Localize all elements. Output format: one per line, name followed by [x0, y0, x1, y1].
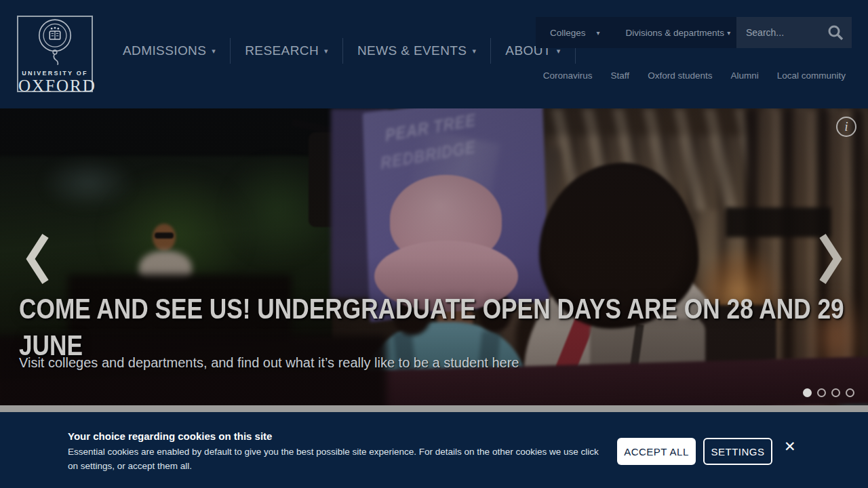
carousel-dot-3[interactable] — [831, 388, 840, 397]
hero-carousel: PEAR TREE REDBRIDGE — [0, 108, 868, 405]
divisions-departments-dropdown[interactable]: Divisions & departments — [626, 28, 725, 38]
oxford-crest-icon — [35, 17, 75, 66]
carousel-next-button[interactable] — [819, 232, 842, 287]
main-nav: ADMISSIONS▾ RESEARCH▾ NEWS & EVENTS▾ ABO… — [108, 38, 576, 64]
nav-item-news-events[interactable]: NEWS & EVENTS▾ — [343, 38, 491, 64]
carousel-dot-2[interactable] — [817, 388, 826, 397]
cookie-banner-title: Your choice regarding cookies on this si… — [68, 430, 272, 442]
carousel-prev-button[interactable] — [26, 232, 49, 287]
site-header: UNIVERSITY OF OXFORD ADMISSIONS▾ RESEARC… — [0, 0, 868, 108]
settings-button[interactable]: SETTINGS — [703, 438, 772, 465]
search-box — [736, 17, 852, 48]
carousel-dot-4[interactable] — [846, 388, 854, 397]
cookie-banner: Your choice regarding cookies on this si… — [0, 412, 868, 488]
accept-all-button[interactable]: ACCEPT ALL — [617, 438, 696, 465]
chevron-down-icon: ▾ — [324, 47, 328, 55]
cookie-banner-body: Essential cookies are enabled by default… — [68, 445, 610, 473]
link-oxford-students[interactable]: Oxford students — [648, 70, 712, 81]
carousel-dot-1[interactable] — [803, 388, 812, 397]
page-divider — [0, 405, 868, 412]
carousel-dots — [803, 388, 854, 397]
link-staff[interactable]: Staff — [611, 70, 630, 81]
hero-title: COME AND SEE US! UNDERGRADUATE OPEN DAYS… — [19, 290, 868, 363]
chevron-down-icon: ▾ — [212, 47, 216, 55]
hero-subtitle: Visit colleges and departments, and find… — [19, 355, 519, 371]
logo-text-university-of: UNIVERSITY OF — [18, 70, 92, 77]
image-info-icon[interactable]: i — [836, 117, 856, 137]
colleges-dropdown[interactable]: Colleges — [550, 28, 586, 38]
close-icon[interactable]: ✕ — [780, 438, 800, 455]
search-icon[interactable] — [827, 24, 844, 41]
nav-item-admissions[interactable]: ADMISSIONS▾ — [108, 38, 231, 64]
quick-links-bar: Colleges ▾ Divisions & departments ▾ — [536, 17, 736, 48]
logo-text-oxford: OXFORD — [18, 77, 92, 96]
link-coronavirus[interactable]: Coronavirus — [543, 70, 593, 81]
link-local-community[interactable]: Local community — [777, 70, 846, 81]
oxford-homepage: UNIVERSITY OF OXFORD ADMISSIONS▾ RESEARC… — [0, 0, 868, 488]
chevron-left-icon — [26, 232, 49, 285]
chevron-down-icon: ▾ — [727, 29, 730, 37]
chevron-down-icon: ▾ — [472, 47, 476, 55]
chevron-right-icon — [819, 232, 842, 285]
link-alumni[interactable]: Alumni — [730, 70, 758, 81]
search-input[interactable] — [736, 27, 827, 38]
chevron-down-icon: ▾ — [597, 29, 600, 37]
audience-nav: Coronavirus Staff Oxford students Alumni… — [543, 70, 846, 81]
hero-title-line1: COME AND SEE US! UNDERGRADUATE OPEN DAYS… — [19, 290, 844, 327]
oxford-logo[interactable]: UNIVERSITY OF OXFORD — [17, 16, 93, 92]
nav-item-research[interactable]: RESEARCH▾ — [231, 38, 343, 64]
